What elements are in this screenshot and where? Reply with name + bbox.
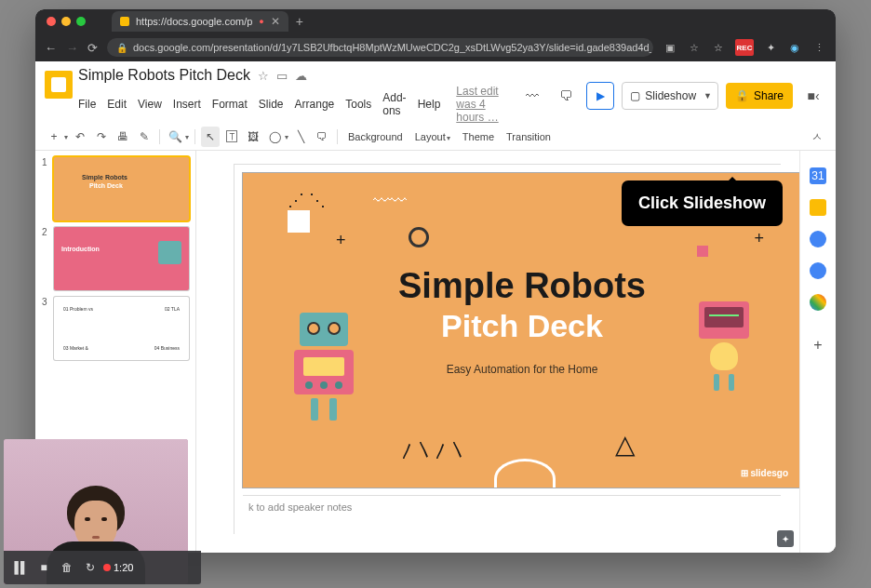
slide-canvas[interactable]: ⋰ ⋱ + 〰〰 ‹‹‹ + 〳〵〳〵 △ Simple Robots Pitc… [196, 151, 799, 553]
maximize-window-dot[interactable] [76, 17, 86, 26]
transition-button[interactable]: Transition [502, 131, 556, 142]
meet-camera-icon[interactable]: ■‹ [800, 83, 826, 109]
slideshow-button[interactable]: ▢ Slideshow ▼ [622, 82, 718, 110]
mac-traffic-lights: https://docs.google.com/p ● ✕ + [35, 9, 836, 33]
pink-square-doodle [697, 246, 708, 257]
comment-tool[interactable]: 🗨 [313, 127, 331, 147]
close-tab-icon[interactable]: ✕ [271, 15, 280, 28]
new-slide-button[interactable]: + [45, 127, 63, 147]
cloud-status-icon[interactable]: ☁ [295, 69, 307, 83]
thumbnail-2[interactable]: 2 Introduction [42, 227, 189, 290]
background-button[interactable]: Background [343, 131, 408, 142]
print-button[interactable]: 🖶 [114, 127, 132, 147]
menubar: File Edit View Insert Format Slide Arran… [78, 85, 514, 124]
thumb-subtitle: Pitch Deck [89, 182, 123, 189]
menu-arrange[interactable]: Arrange [295, 98, 335, 111]
line-tool[interactable]: ╲ [291, 127, 310, 147]
star-doc-icon[interactable]: ☆ [258, 69, 269, 83]
menu-insert[interactable]: Insert [173, 98, 201, 111]
recording-dot-icon: ● [259, 17, 263, 26]
recording-indicator-icon [103, 564, 111, 571]
explore-icon[interactable]: 〰 [519, 83, 545, 109]
minimize-window-dot[interactable] [61, 17, 71, 26]
slides-logo[interactable] [45, 71, 73, 99]
lock-icon: 🔒 [735, 89, 749, 102]
chevron-down-icon[interactable]: ▾ [185, 133, 189, 141]
redo-button[interactable]: ↷ [92, 127, 111, 147]
maps-icon[interactable] [810, 294, 826, 311]
instruction-tooltip: Click Slideshow [622, 180, 783, 226]
recorder-bar: ▌▌ ■ 🗑 ↻ 1:20 [4, 551, 201, 584]
thumb-number: 3 [42, 297, 49, 360]
cast-icon[interactable]: ▣ [663, 40, 677, 55]
lock-icon: 🔒 [116, 43, 127, 53]
robot-left-icon [282, 313, 366, 434]
ruler-vertical [221, 164, 234, 534]
image-tool[interactable]: 🖼 [244, 127, 262, 147]
thumb-title: Introduction [61, 246, 100, 252]
menu-tools[interactable]: Tools [345, 98, 371, 111]
contacts-icon[interactable] [810, 262, 826, 279]
add-addon-icon[interactable]: + [813, 337, 822, 354]
speaker-notes[interactable]: k to add speaker notes [243, 495, 781, 549]
paint-format-button[interactable]: ✎ [135, 127, 154, 147]
hide-menus-button[interactable]: ㅅ [808, 127, 826, 147]
restart-record-button[interactable]: ↻ [80, 557, 100, 578]
share-label: Share [754, 89, 784, 102]
menu-format[interactable]: Format [212, 98, 248, 111]
chevron-down-icon[interactable]: ▾ [285, 133, 288, 141]
dots-doodle: ⋰ ⋱ [288, 190, 326, 210]
menu-file[interactable]: File [78, 98, 96, 111]
pause-record-button[interactable]: ▌▌ [10, 557, 31, 578]
forward-icon[interactable]: → [66, 41, 78, 55]
menu-edit[interactable]: Edit [107, 98, 127, 111]
menu-addons[interactable]: Add-ons [382, 91, 406, 117]
stop-record-button[interactable]: ■ [34, 557, 54, 578]
move-doc-icon[interactable]: ▭ [276, 69, 288, 83]
record-time: 1:20 [114, 562, 133, 573]
theme-button[interactable]: Theme [458, 131, 499, 142]
textbox-tool[interactable]: 🅃 [222, 127, 241, 147]
rec-extension-icon[interactable]: REC [735, 39, 754, 56]
robot-right-icon [682, 301, 766, 422]
explore-corner-button[interactable]: ✦ [777, 530, 794, 547]
reload-icon[interactable]: ⟳ [87, 41, 98, 55]
back-icon[interactable]: ← [45, 41, 57, 55]
select-tool[interactable]: ↖ [201, 127, 220, 147]
chevron-down-icon[interactable]: ▼ [704, 91, 712, 100]
close-window-dot[interactable] [47, 17, 56, 26]
menu-view[interactable]: View [138, 98, 162, 111]
side-panel: 31 + [799, 151, 836, 553]
address-bar[interactable]: 🔒 docs.google.com/presentation/d/1y7LSB2… [107, 38, 653, 57]
thumbnail-3[interactable]: 3 01 Problem vs 02 TLA 03 Market & 04 Bu… [42, 297, 189, 360]
tasks-icon[interactable] [810, 231, 826, 247]
layout-button[interactable]: Layout ▾ [410, 131, 455, 142]
loom-extension-icon[interactable]: ◉ [787, 40, 802, 55]
delete-record-button[interactable]: 🗑 [57, 557, 77, 578]
undo-button[interactable]: ↶ [71, 127, 89, 147]
star-icon[interactable]: ☆ [711, 40, 726, 55]
bookmark-star-icon[interactable]: ☆ [687, 40, 702, 55]
more-icon[interactable]: ⋮ [811, 40, 826, 55]
doc-title[interactable]: Simple Robots Pitch Deck [78, 67, 250, 84]
toolbar: +▾ ↶ ↷ 🖶 ✎ 🔍▾ ↖ 🅃 🖼 ◯▾ ╲ 🗨 Background La… [35, 124, 836, 151]
comments-icon[interactable]: 🗨 [553, 83, 579, 109]
menu-help[interactable]: Help [418, 98, 441, 111]
zoom-button[interactable]: 🔍 [166, 127, 184, 147]
circle-doodle [409, 227, 429, 247]
new-tab-button[interactable]: + [296, 14, 303, 29]
chevron-down-icon[interactable]: ▾ [64, 133, 68, 141]
thumbnail-1[interactable]: 1 Simple Robots Pitch Deck [42, 157, 189, 220]
calendar-icon[interactable]: 31 [810, 167, 826, 184]
thumb-number: 1 [42, 157, 49, 220]
menu-slide[interactable]: Slide [259, 98, 284, 111]
url-text: docs.google.com/presentation/d/1y7LSB2Uf… [133, 42, 653, 53]
extensions-icon[interactable]: ✦ [763, 40, 778, 55]
shape-tool[interactable]: ◯ [265, 127, 284, 147]
share-button[interactable]: 🔒 Share [726, 83, 793, 109]
browser-tab[interactable]: https://docs.google.com/p ● ✕ [112, 11, 288, 32]
last-edit-text[interactable]: Last edit was 4 hours … [456, 85, 514, 124]
present-icon[interactable]: ▶ [586, 82, 614, 110]
slide-title[interactable]: Simple Robots [243, 266, 799, 306]
keep-icon[interactable] [810, 199, 826, 216]
